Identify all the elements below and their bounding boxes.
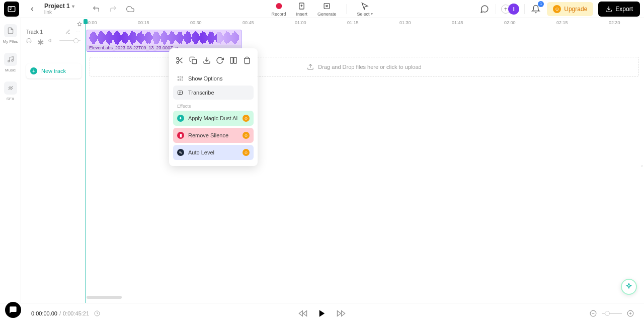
premium-badge-icon: ☺: [243, 149, 250, 156]
context-menu: Show Options Transcribe Effects ✦ Apply …: [169, 48, 258, 166]
notif-badge: 1: [538, 1, 544, 7]
silence-icon: ▮: [177, 132, 184, 139]
chat-button[interactable]: [478, 3, 491, 15]
playhead-handle[interactable]: [84, 19, 88, 24]
user-avatar[interactable]: I: [508, 4, 519, 15]
svg-line-13: [181, 61, 183, 63]
volume-slider[interactable]: [59, 40, 80, 41]
horizontal-scrollbar[interactable]: [87, 296, 122, 299]
ruler-tick: 00:30: [190, 20, 202, 25]
svg-rect-15: [192, 59, 197, 64]
mute-icon[interactable]: [48, 38, 54, 44]
zoom-slider[interactable]: [602, 313, 622, 314]
ruler-tick: 01:00: [295, 20, 306, 25]
pin-icon[interactable]: [76, 21, 83, 27]
record-icon: [276, 3, 282, 9]
waveform: [87, 30, 241, 45]
zoom-out-button[interactable]: [590, 310, 597, 317]
sidebar-item-sfx[interactable]: SFX: [4, 82, 17, 101]
select-icon: [360, 2, 369, 11]
divider: [496, 4, 496, 14]
project-selector[interactable]: Project 1 ▾ link: [41, 3, 77, 15]
upgrade-button[interactable]: ☺ Upgrade: [547, 2, 593, 16]
zoom-thumb[interactable]: [605, 311, 610, 316]
more-track-icon[interactable]: ⋯: [75, 29, 80, 35]
skip-back-button[interactable]: [298, 309, 307, 318]
sparkle-icon: ✦: [177, 115, 184, 122]
svg-marker-33: [338, 310, 341, 316]
intercom-chat-button[interactable]: [5, 302, 21, 318]
svg-rect-18: [234, 57, 236, 63]
svg-point-7: [11, 60, 13, 62]
svg-rect-25: [178, 91, 183, 95]
record-button[interactable]: Record: [271, 2, 286, 17]
export-button[interactable]: Export: [598, 2, 640, 17]
premium-badge-icon: ☺: [243, 115, 250, 122]
svg-point-6: [8, 60, 10, 62]
ruler-tick: 02:15: [556, 20, 568, 25]
svg-marker-29: [299, 310, 303, 316]
ruler-tick: 02:00: [504, 20, 516, 25]
divider: [347, 4, 347, 14]
new-track-button[interactable]: + New track: [26, 63, 82, 78]
insert-icon: [297, 2, 306, 11]
auto-level-item[interactable]: ∿ Auto Level ☺: [173, 145, 254, 160]
delete-icon[interactable]: [241, 54, 253, 66]
sidebar-item-music[interactable]: Music: [4, 53, 17, 72]
edit-track-icon[interactable]: [65, 29, 70, 35]
timeline-ruler[interactable]: 00:0000:1500:3000:4501:0001:1501:3001:45…: [86, 18, 644, 27]
undo-button[interactable]: [92, 5, 101, 14]
back-button[interactable]: [27, 4, 37, 14]
headphone-icon[interactable]: [26, 38, 32, 44]
plus-icon: +: [30, 67, 37, 74]
expand-panel-button[interactable]: [640, 161, 644, 171]
snowflake-icon[interactable]: ✱: [37, 38, 43, 44]
transcribe-item[interactable]: Transcribe: [173, 86, 254, 100]
duplicate-icon[interactable]: [227, 54, 239, 66]
cut-icon[interactable]: [174, 54, 186, 66]
ruler-tick: 01:45: [452, 20, 463, 25]
track-name: Track 1: [26, 29, 43, 35]
clock-icon[interactable]: [94, 310, 100, 316]
generate-icon: [323, 2, 332, 11]
cloud-sync-button[interactable]: [126, 5, 135, 14]
volume-thumb[interactable]: [73, 38, 78, 43]
divider: [524, 4, 525, 14]
playhead[interactable]: [86, 20, 86, 303]
svg-marker-31: [319, 310, 325, 317]
show-options-item[interactable]: Show Options: [173, 71, 254, 86]
sidebar-item-myfiles[interactable]: My Files: [3, 24, 18, 44]
remove-silence-item[interactable]: ▮ Remove Silence ☺: [173, 128, 254, 143]
file-icon: [4, 24, 17, 37]
generate-button[interactable]: Generate: [317, 2, 337, 17]
project-subtitle: link: [44, 10, 74, 15]
ruler-tick: 00:45: [243, 20, 254, 25]
project-name-label: Project 1: [44, 3, 70, 10]
svg-rect-17: [230, 57, 233, 63]
ruler-tick: 02:30: [609, 20, 620, 25]
svg-point-11: [177, 61, 179, 63]
chevron-down-icon: ▾: [72, 4, 74, 9]
copy-icon[interactable]: [187, 54, 199, 66]
ai-assistant-button[interactable]: [621, 279, 637, 295]
magic-dust-item[interactable]: ✦ Apply Magic Dust AI ☺: [173, 111, 254, 126]
upgrade-icon: ☺: [553, 5, 561, 13]
play-button[interactable]: [317, 309, 327, 318]
music-icon: [4, 53, 17, 66]
transcribe-icon: [177, 90, 183, 96]
download-icon: [605, 6, 612, 13]
ruler-tick: 01:15: [347, 20, 359, 25]
svg-marker-32: [342, 310, 345, 316]
app-logo[interactable]: [4, 2, 19, 17]
notifications-button[interactable]: 1: [530, 3, 542, 15]
chevron-down-icon: ▾: [371, 12, 373, 16]
time-display: 0:00:00.00 / 0:00:45:21: [31, 310, 100, 316]
skip-forward-button[interactable]: [337, 309, 346, 318]
select-button[interactable]: Select ▾: [357, 2, 373, 17]
zoom-in-button[interactable]: [627, 310, 634, 317]
redo-button[interactable]: [109, 5, 118, 14]
download-icon[interactable]: [201, 54, 213, 66]
sliders-icon: [177, 75, 183, 82]
insert-button[interactable]: Insert: [296, 2, 307, 17]
refresh-icon[interactable]: [214, 54, 226, 66]
